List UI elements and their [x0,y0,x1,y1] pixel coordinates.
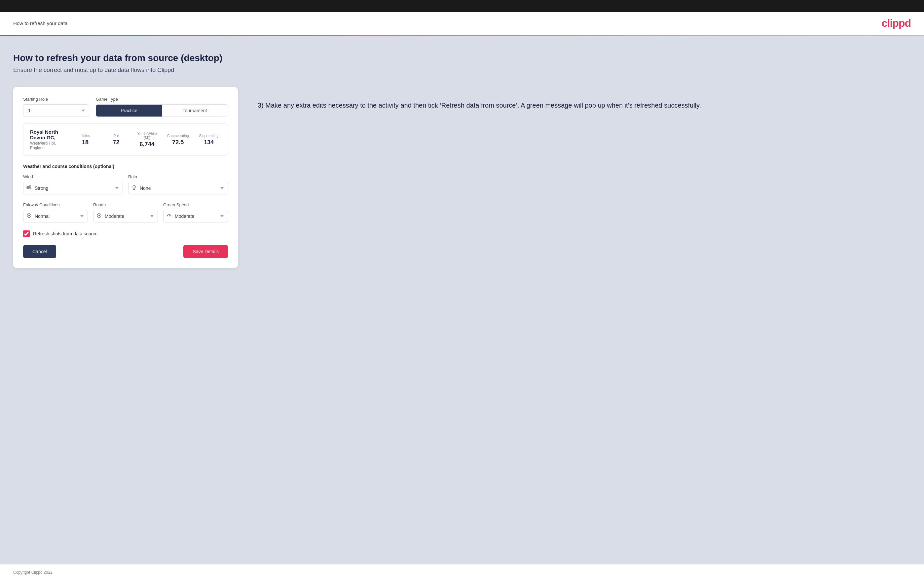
course-stat-yards: Yards/White (M)) 6,744 [135,132,159,148]
rough-label: Rough [93,202,158,207]
slope-rating-value: 134 [197,139,221,146]
content-layout: Starting Hole 1 2 10 Game Type Practice … [13,87,911,268]
fairway-select-wrapper: Normal Soft Hard [23,210,88,222]
side-description: 3) Make any extra edits necessary to the… [258,87,911,111]
conditions-title: Weather and course conditions (optional) [23,164,228,169]
refresh-checkbox-row: Refresh shots from data source [23,230,228,237]
rough-group: Rough Moderate Light Heavy [93,202,158,222]
course-location: Westward Ho!, England [30,141,66,150]
course-name: Royal North Devon GC, [30,129,66,140]
practice-button[interactable]: Practice [96,105,162,116]
refresh-checkbox-label: Refresh shots from data source [33,231,97,236]
cancel-button[interactable]: Cancel [23,245,56,258]
game-type-group: Game Type Practice Tournament [96,97,228,117]
starting-hole-select[interactable]: 1 2 10 [23,104,89,117]
rain-select-wrapper: None Light Heavy [128,182,228,194]
save-button[interactable]: Save Details [183,245,228,258]
green-speed-select[interactable]: Moderate Slow Fast [163,210,228,222]
form-actions: Cancel Save Details [23,245,228,258]
conditions-row-wind-rain: Wind Strong None Light [23,174,228,194]
green-speed-label: Green Speed [163,202,228,207]
course-name-block: Royal North Devon GC, Westward Ho!, Engl… [30,129,66,150]
wind-group: Wind Strong None Light [23,174,123,194]
course-stat-slope-rating: Slope rating 134 [197,134,221,146]
footer: Copyright Clippd 2022 [0,564,924,577]
conditions-row-3: Fairway Conditions Normal Soft Hard [23,202,228,222]
holes-label: Holes [73,134,97,138]
page-heading: How to refresh your data from source (de… [13,53,911,63]
header: How to refresh your data clippd [0,12,924,35]
logo: clippd [882,17,911,29]
footer-copyright: Copyright Clippd 2022 [13,570,53,575]
wind-select-wrapper: Strong None Light Moderate [23,182,123,194]
holes-value: 18 [73,139,97,146]
rain-group: Rain None Light Heavy [128,174,228,194]
fairway-label: Fairway Conditions [23,202,88,207]
green-speed-group: Green Speed Moderate Slow F [163,202,228,222]
tournament-button[interactable]: Tournament [162,105,228,116]
course-rating-label: Course rating [166,134,190,138]
yards-label: Yards/White (M)) [135,132,159,140]
course-info: Royal North Devon GC, Westward Ho!, Engl… [23,124,228,156]
rain-label: Rain [128,174,228,179]
par-label: Par [104,134,129,138]
course-stat-holes: Holes 18 [73,134,97,146]
top-form-row: Starting Hole 1 2 10 Game Type Practice … [23,97,228,117]
rain-select[interactable]: None Light Heavy [128,182,228,194]
refresh-checkbox[interactable] [23,230,30,237]
rough-select-wrapper: Moderate Light Heavy [93,210,158,222]
rough-select[interactable]: Moderate Light Heavy [93,210,158,222]
fairway-select[interactable]: Normal Soft Hard [23,210,88,222]
top-bar [0,0,924,12]
starting-hole-group: Starting Hole 1 2 10 [23,97,89,117]
form-card: Starting Hole 1 2 10 Game Type Practice … [13,87,238,268]
header-title: How to refresh your data [13,21,68,26]
starting-hole-label: Starting Hole [23,97,89,102]
course-stat-par: Par 72 [104,134,129,146]
par-value: 72 [104,139,129,146]
course-rating-value: 72.5 [166,139,190,146]
yards-value: 6,744 [135,141,159,148]
wind-select[interactable]: Strong None Light Moderate [23,182,123,194]
slope-rating-label: Slope rating [197,134,221,138]
game-type-label: Game Type [96,97,228,102]
wind-label: Wind [23,174,123,179]
side-description-text: 3) Make any extra edits necessary to the… [258,100,911,111]
course-stat-course-rating: Course rating 72.5 [166,134,190,146]
green-speed-select-wrapper: Moderate Slow Fast [163,210,228,222]
page-subheading: Ensure the correct and most up to date d… [13,67,911,74]
main-content: How to refresh your data from source (de… [0,36,924,564]
fairway-group: Fairway Conditions Normal Soft Hard [23,202,88,222]
game-type-buttons: Practice Tournament [96,104,228,117]
